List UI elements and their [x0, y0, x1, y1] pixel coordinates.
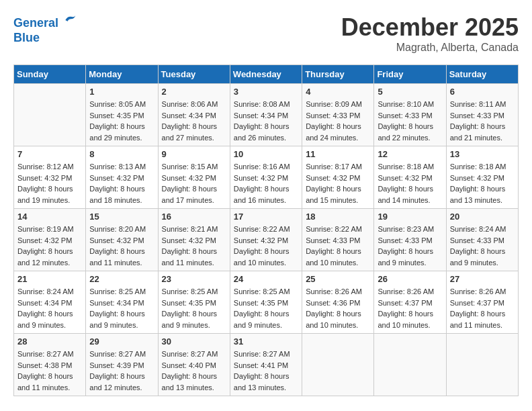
calendar-cell: 5Sunrise: 8:10 AM Sunset: 4:33 PM Daylig… — [374, 84, 446, 146]
calendar-cell: 3Sunrise: 8:08 AM Sunset: 4:34 PM Daylig… — [230, 84, 302, 146]
day-info: Sunrise: 8:19 AM Sunset: 4:32 PM Dayligh… — [17, 224, 82, 268]
day-info: Sunrise: 8:23 AM Sunset: 4:33 PM Dayligh… — [378, 224, 442, 268]
day-number: 13 — [450, 149, 515, 159]
calendar-cell: 20Sunrise: 8:24 AM Sunset: 4:33 PM Dayli… — [446, 209, 518, 271]
calendar-week-row: 14Sunrise: 8:19 AM Sunset: 4:32 PM Dayli… — [14, 209, 519, 271]
calendar-cell: 13Sunrise: 8:18 AM Sunset: 4:32 PM Dayli… — [446, 146, 518, 209]
day-info: Sunrise: 8:18 AM Sunset: 4:32 PM Dayligh… — [450, 161, 515, 205]
calendar-cell: 17Sunrise: 8:22 AM Sunset: 4:32 PM Dayli… — [230, 209, 302, 271]
col-header-thursday: Thursday — [302, 65, 374, 84]
day-number: 19 — [378, 212, 442, 222]
calendar-table: SundayMondayTuesdayWednesdayThursdayFrid… — [13, 64, 519, 396]
day-info: Sunrise: 8:27 AM Sunset: 4:41 PM Dayligh… — [234, 349, 298, 393]
calendar-cell: 27Sunrise: 8:26 AM Sunset: 4:37 PM Dayli… — [446, 271, 518, 334]
day-number: 9 — [162, 149, 226, 159]
logo-bird-icon — [63, 13, 77, 27]
day-number: 24 — [234, 274, 298, 284]
calendar-cell: 24Sunrise: 8:25 AM Sunset: 4:35 PM Dayli… — [230, 271, 302, 334]
calendar-cell: 30Sunrise: 8:27 AM Sunset: 4:40 PM Dayli… — [158, 334, 230, 396]
col-header-wednesday: Wednesday — [230, 65, 302, 84]
logo: General Blue — [13, 13, 77, 45]
calendar-cell: 28Sunrise: 8:27 AM Sunset: 4:38 PM Dayli… — [14, 334, 86, 396]
day-number: 28 — [17, 336, 82, 347]
calendar-cell: 19Sunrise: 8:23 AM Sunset: 4:33 PM Dayli… — [374, 209, 446, 271]
day-number: 21 — [17, 274, 82, 284]
calendar-cell: 4Sunrise: 8:09 AM Sunset: 4:33 PM Daylig… — [302, 84, 374, 146]
col-header-saturday: Saturday — [446, 65, 518, 84]
calendar-cell: 16Sunrise: 8:21 AM Sunset: 4:32 PM Dayli… — [158, 209, 230, 271]
calendar-header-row: SundayMondayTuesdayWednesdayThursdayFrid… — [14, 65, 519, 84]
col-header-tuesday: Tuesday — [158, 65, 230, 84]
logo-blue-text: Blue — [13, 31, 40, 46]
day-info: Sunrise: 8:26 AM Sunset: 4:36 PM Dayligh… — [306, 286, 370, 330]
day-number: 2 — [162, 87, 226, 97]
calendar-cell — [302, 334, 374, 396]
day-info: Sunrise: 8:06 AM Sunset: 4:34 PM Dayligh… — [162, 99, 226, 143]
page-header: General Blue December 2025 Magrath, Albe… — [13, 13, 519, 54]
day-number: 30 — [162, 336, 226, 347]
day-number: 11 — [306, 149, 370, 159]
day-number: 14 — [17, 212, 82, 222]
calendar-week-row: 28Sunrise: 8:27 AM Sunset: 4:38 PM Dayli… — [14, 334, 519, 396]
calendar-cell: 6Sunrise: 8:11 AM Sunset: 4:33 PM Daylig… — [446, 84, 518, 146]
day-number: 17 — [234, 212, 298, 222]
col-header-friday: Friday — [374, 65, 446, 84]
day-info: Sunrise: 8:21 AM Sunset: 4:32 PM Dayligh… — [162, 224, 226, 268]
calendar-cell: 21Sunrise: 8:24 AM Sunset: 4:34 PM Dayli… — [14, 271, 86, 334]
day-number: 26 — [378, 274, 442, 284]
day-info: Sunrise: 8:13 AM Sunset: 4:32 PM Dayligh… — [89, 161, 154, 205]
day-number: 31 — [234, 336, 298, 347]
day-info: Sunrise: 8:08 AM Sunset: 4:34 PM Dayligh… — [234, 99, 298, 143]
day-info: Sunrise: 8:27 AM Sunset: 4:38 PM Dayligh… — [17, 349, 82, 393]
calendar-cell: 25Sunrise: 8:26 AM Sunset: 4:36 PM Dayli… — [302, 271, 374, 334]
calendar-cell: 22Sunrise: 8:25 AM Sunset: 4:34 PM Dayli… — [86, 271, 158, 334]
day-number: 10 — [234, 149, 298, 159]
day-info: Sunrise: 8:24 AM Sunset: 4:34 PM Dayligh… — [17, 286, 82, 330]
calendar-week-row: 21Sunrise: 8:24 AM Sunset: 4:34 PM Dayli… — [14, 271, 519, 334]
day-info: Sunrise: 8:22 AM Sunset: 4:33 PM Dayligh… — [306, 224, 370, 268]
calendar-cell: 8Sunrise: 8:13 AM Sunset: 4:32 PM Daylig… — [86, 146, 158, 209]
calendar-cell: 11Sunrise: 8:17 AM Sunset: 4:32 PM Dayli… — [302, 146, 374, 209]
day-info: Sunrise: 8:09 AM Sunset: 4:33 PM Dayligh… — [306, 99, 370, 143]
col-header-monday: Monday — [86, 65, 158, 84]
day-number: 6 — [450, 87, 515, 97]
day-info: Sunrise: 8:17 AM Sunset: 4:32 PM Dayligh… — [306, 161, 370, 205]
day-number: 18 — [306, 212, 370, 222]
calendar-cell: 26Sunrise: 8:26 AM Sunset: 4:37 PM Dayli… — [374, 271, 446, 334]
day-number: 29 — [89, 336, 154, 347]
day-number: 8 — [89, 149, 154, 159]
day-number: 1 — [89, 87, 154, 97]
day-info: Sunrise: 8:11 AM Sunset: 4:33 PM Dayligh… — [450, 99, 515, 143]
calendar-cell: 12Sunrise: 8:18 AM Sunset: 4:32 PM Dayli… — [374, 146, 446, 209]
calendar-cell: 2Sunrise: 8:06 AM Sunset: 4:34 PM Daylig… — [158, 84, 230, 146]
calendar-cell: 9Sunrise: 8:15 AM Sunset: 4:32 PM Daylig… — [158, 146, 230, 209]
day-info: Sunrise: 8:25 AM Sunset: 4:35 PM Dayligh… — [162, 286, 226, 330]
day-info: Sunrise: 8:27 AM Sunset: 4:39 PM Dayligh… — [89, 349, 154, 393]
day-number: 7 — [17, 149, 82, 159]
calendar-cell — [446, 334, 518, 396]
day-number: 27 — [450, 274, 515, 284]
day-info: Sunrise: 8:26 AM Sunset: 4:37 PM Dayligh… — [378, 286, 442, 330]
calendar-cell: 7Sunrise: 8:12 AM Sunset: 4:32 PM Daylig… — [14, 146, 86, 209]
day-number: 3 — [234, 87, 298, 97]
day-info: Sunrise: 8:25 AM Sunset: 4:34 PM Dayligh… — [89, 286, 154, 330]
day-number: 12 — [378, 149, 442, 159]
day-info: Sunrise: 8:05 AM Sunset: 4:35 PM Dayligh… — [89, 99, 154, 143]
day-info: Sunrise: 8:12 AM Sunset: 4:32 PM Dayligh… — [17, 161, 82, 205]
day-number: 16 — [162, 212, 226, 222]
day-info: Sunrise: 8:24 AM Sunset: 4:33 PM Dayligh… — [450, 224, 515, 268]
month-year-title: December 2025 — [341, 13, 519, 42]
logo-text: General — [13, 13, 77, 31]
calendar-cell: 31Sunrise: 8:27 AM Sunset: 4:41 PM Dayli… — [230, 334, 302, 396]
location-subtitle: Magrath, Alberta, Canada — [341, 42, 519, 54]
day-info: Sunrise: 8:22 AM Sunset: 4:32 PM Dayligh… — [234, 224, 298, 268]
day-number: 23 — [162, 274, 226, 284]
day-info: Sunrise: 8:18 AM Sunset: 4:32 PM Dayligh… — [378, 161, 442, 205]
calendar-cell — [14, 84, 86, 146]
day-info: Sunrise: 8:16 AM Sunset: 4:32 PM Dayligh… — [234, 161, 298, 205]
col-header-sunday: Sunday — [14, 65, 86, 84]
day-info: Sunrise: 8:26 AM Sunset: 4:37 PM Dayligh… — [450, 286, 515, 330]
calendar-week-row: 1Sunrise: 8:05 AM Sunset: 4:35 PM Daylig… — [14, 84, 519, 146]
day-number: 25 — [306, 274, 370, 284]
calendar-cell: 23Sunrise: 8:25 AM Sunset: 4:35 PM Dayli… — [158, 271, 230, 334]
